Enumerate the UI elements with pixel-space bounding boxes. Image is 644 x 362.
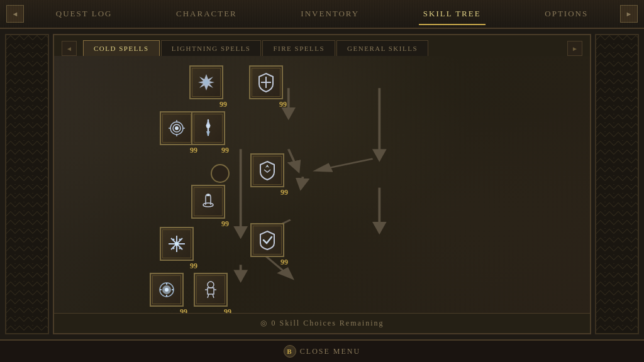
tab-cold-spells[interactable]: Cold Spells [83, 40, 160, 56]
skill-icon-teleport[interactable]: 99 [191, 185, 225, 219]
svg-rect-40 [208, 288, 214, 294]
skill-node-teleport[interactable]: 99 [191, 185, 225, 219]
nav-item-options[interactable]: Options [532, 4, 601, 24]
svg-point-32 [160, 283, 174, 297]
skill-tabs: ◄ Cold Spells Lightning Spells Fire Spel… [54, 35, 590, 56]
skill-count-blizzard: 99 [190, 261, 197, 271]
skill-tree-area: 99 99 [54, 56, 590, 313]
skill-icon-frost-bolt[interactable]: 99 [189, 65, 223, 99]
nav-item-character[interactable]: Character [164, 4, 250, 24]
skill-node-ice-spike[interactable]: 99 [191, 111, 225, 145]
empty-circle-node [211, 164, 230, 183]
nav-item-skill-tree[interactable]: Skill Tree [411, 4, 494, 24]
skill-node-shield-top[interactable]: 99 [249, 65, 283, 99]
skill-node-ice-golem[interactable]: 99 [194, 273, 228, 307]
skill-count-ice-blast: 99 [190, 146, 197, 155]
svg-point-31 [179, 248, 181, 250]
close-menu-button[interactable]: B Close Menu [284, 345, 360, 358]
skill-icon-ice-golem[interactable]: 99 [194, 273, 228, 307]
skill-icon-blizzard[interactable]: 99 [160, 227, 194, 261]
game-frame: ◄ Quest Log Character Inventory Skill Tr… [0, 0, 644, 362]
close-menu-label: Close Menu [300, 347, 360, 356]
skill-icon-ice-blast[interactable]: 99 [160, 111, 194, 145]
svg-point-21 [206, 124, 210, 128]
skill-count-shield-block: 99 [280, 258, 288, 267]
close-btn-icon: B [284, 345, 296, 358]
nav-right-icon: ► [620, 5, 638, 23]
main-content: ◄ Cold Spells Lightning Spells Fire Spel… [0, 29, 644, 339]
skill-icon-ice-spike[interactable]: 99 [191, 111, 225, 145]
status-text: 0 Skill Choices Remaining [272, 319, 384, 328]
svg-line-5 [317, 159, 372, 170]
nav-item-quest-log[interactable]: Quest Log [43, 4, 125, 24]
tab-corner-right-icon: ► [567, 41, 582, 56]
svg-line-25 [171, 238, 182, 250]
skill-node-ice-blast[interactable]: 99 [160, 111, 194, 145]
svg-point-30 [173, 248, 175, 250]
svg-point-33 [162, 285, 171, 294]
skill-node-blizzard[interactable]: 99 [160, 227, 194, 261]
skill-icon-frozen-orb[interactable]: 99 [150, 273, 184, 307]
svg-point-28 [173, 239, 175, 241]
svg-point-39 [208, 282, 214, 288]
left-side-panel [5, 34, 49, 334]
top-nav: ◄ Quest Log Character Inventory Skill Tr… [0, 0, 644, 29]
svg-marker-20 [206, 131, 210, 136]
nav-left-icon: ◄ [6, 5, 24, 23]
svg-line-26 [171, 238, 182, 250]
tab-lightning-spells[interactable]: Lightning Spells [161, 40, 262, 56]
status-bar: ◎ 0 Skill Choices Remaining [54, 313, 590, 333]
svg-line-4 [301, 177, 303, 187]
svg-line-44 [213, 294, 214, 298]
footer: B Close Menu [0, 339, 644, 362]
svg-point-22 [203, 203, 213, 207]
skill-count-frozen-orb: 99 [180, 307, 187, 313]
tab-corner-left-icon: ◄ [62, 41, 77, 56]
skill-node-frost-shield[interactable]: 99 [250, 153, 284, 187]
skill-node-frozen-orb[interactable]: 99 [150, 273, 184, 307]
svg-line-43 [208, 294, 209, 298]
status-circle-icon: ◎ [260, 319, 268, 328]
skill-count-ice-spike: 99 [221, 146, 229, 155]
svg-point-34 [165, 288, 169, 292]
nav-items: Quest Log Character Inventory Skill Tree… [24, 4, 620, 24]
skill-panel: ◄ Cold Spells Lightning Spells Fire Spel… [53, 34, 591, 334]
svg-point-15 [175, 126, 179, 130]
connections-svg [54, 56, 590, 313]
right-side-panel [595, 34, 639, 334]
skill-icon-frost-shield[interactable]: 99 [250, 153, 284, 187]
nav-item-inventory[interactable]: Inventory [288, 4, 372, 24]
svg-line-3 [289, 149, 298, 170]
svg-point-27 [175, 242, 179, 246]
svg-point-29 [179, 239, 181, 241]
svg-point-14 [173, 124, 180, 132]
skill-count-frost-bolt: 99 [219, 100, 227, 109]
svg-point-13 [170, 122, 183, 134]
skill-count-teleport: 99 [221, 219, 229, 229]
tab-fire-spells[interactable]: Fire Spells [262, 40, 335, 56]
skill-count-ice-golem: 99 [224, 307, 231, 313]
skill-count-frost-shield: 99 [280, 188, 288, 197]
skill-icon-shield-block[interactable]: 99 [250, 223, 284, 257]
svg-point-10 [204, 80, 209, 85]
skill-node-shield-block[interactable]: 99 [250, 223, 284, 257]
skill-count-shield-top: 99 [279, 100, 287, 109]
skill-icon-shield-top[interactable]: 99 [249, 65, 283, 99]
tab-general-skills[interactable]: General Skills [336, 40, 428, 56]
skill-node-frost-bolt[interactable]: 99 [189, 65, 223, 99]
